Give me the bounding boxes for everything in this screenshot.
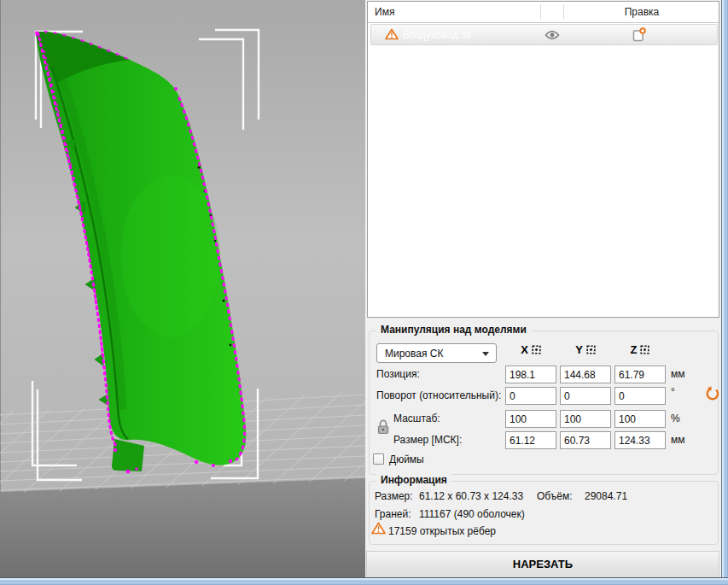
info-volume-label: Объём: — [537, 490, 573, 502]
axis-label-z: Z — [631, 343, 638, 356]
models-table-header: Имя Правка — [368, 2, 719, 23]
rotation-z-input[interactable] — [614, 387, 666, 405]
rotation-unit: ° — [671, 386, 675, 398]
rotation-x-input[interactable] — [505, 387, 556, 405]
scale-label: Масштаб: — [393, 412, 440, 424]
edit-model-icon[interactable] — [632, 27, 646, 44]
open-edges-warning-icon — [371, 522, 386, 537]
position-unit: мм — [671, 368, 685, 380]
window-frame-right — [721, 0, 728, 578]
coordinate-system-select[interactable]: Мировая СК — [376, 343, 497, 363]
scale-y-input[interactable] — [560, 410, 611, 428]
information-groupbox: Информация Размер: 61.12 x 60.73 x 124.3… — [369, 481, 719, 545]
axis-header-z[interactable]: Z — [614, 343, 666, 356]
position-label: Позиция: — [376, 368, 420, 380]
open-edges-text: 17159 открытых рёбер — [388, 525, 496, 537]
size-z-input[interactable] — [614, 431, 666, 449]
model-name: Воздуховод.stl — [403, 29, 471, 41]
app-window: Имя Правка Воздуховод.stl Манипуляци — [0, 0, 728, 585]
chevron-down-icon — [482, 352, 489, 356]
rotation-reset-button[interactable] — [704, 386, 720, 405]
column-divider — [563, 4, 564, 20]
column-divider — [540, 4, 541, 20]
center-origin-icon — [532, 345, 541, 354]
info-faces-label: Граней: — [375, 508, 411, 520]
column-header-edit: Правка — [563, 6, 720, 18]
scale-z-input[interactable] — [614, 410, 666, 428]
axis-header-x[interactable]: X — [505, 343, 556, 356]
rotation-label: Поворот (относительный): — [376, 389, 501, 401]
model-row[interactable]: Воздуховод.stl — [370, 24, 718, 45]
window-frame-bottom — [0, 577, 728, 585]
info-volume-value: 29084.71 — [585, 490, 627, 502]
column-header-name: Имя — [375, 6, 394, 18]
rotation-y-input[interactable] — [560, 387, 611, 405]
padlock-icon — [377, 419, 389, 435]
slice-button[interactable]: НАРЕЗАТЬ — [366, 551, 719, 578]
right-panel: Имя Правка Воздуховод.stl Манипуляци — [365, 0, 721, 578]
inches-label: Дюймы — [389, 453, 424, 465]
axis-header-y[interactable]: Y — [560, 343, 611, 356]
scale-unit: % — [671, 412, 680, 424]
viewport-scene — [0, 0, 365, 578]
warning-triangle-icon — [385, 28, 399, 43]
rotate-ccw-icon — [704, 386, 720, 402]
position-x-input[interactable] — [505, 366, 556, 383]
info-size-label: Размер: — [375, 490, 413, 502]
visibility-eye-icon[interactable] — [545, 30, 560, 43]
size-label: Размер [МСК]: — [393, 434, 462, 446]
models-table: Имя Правка Воздуховод.stl — [367, 1, 719, 318]
coordinate-system-value: Мировая СК — [385, 348, 443, 360]
inches-checkbox[interactable] — [373, 453, 384, 465]
scale-x-input[interactable] — [505, 410, 556, 428]
position-z-input[interactable] — [614, 366, 666, 383]
info-faces-value: 111167 (490 оболочек) — [419, 508, 525, 520]
information-title: Информация — [376, 474, 451, 486]
uniform-scale-lock-button[interactable] — [377, 419, 389, 437]
axis-label-x: X — [521, 343, 528, 356]
position-y-input[interactable] — [560, 366, 611, 383]
center-origin-icon — [586, 345, 596, 354]
info-size-value: 61.12 x 60.73 x 124.33 — [419, 490, 523, 502]
size-x-input[interactable] — [505, 431, 556, 449]
size-y-input[interactable] — [560, 431, 611, 449]
viewport-3d[interactable] — [0, 0, 365, 578]
axis-label-y: Y — [575, 343, 583, 356]
center-origin-icon — [640, 345, 649, 354]
manipulation-title: Манипуляция над моделями — [376, 324, 531, 336]
manipulation-groupbox: Манипуляция над моделями Мировая СК X Y … — [369, 331, 719, 475]
size-unit: мм — [671, 434, 685, 446]
